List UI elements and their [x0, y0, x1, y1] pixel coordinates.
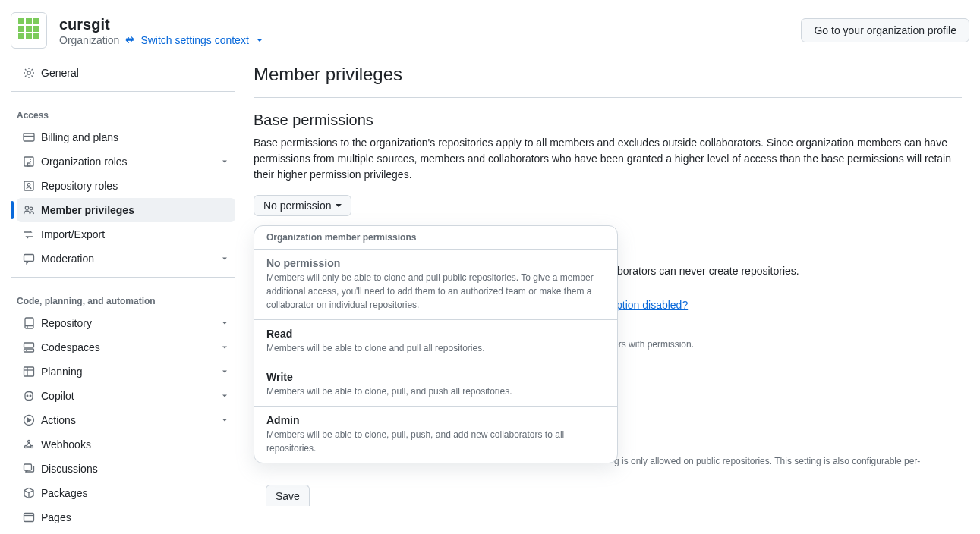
id-badge-icon	[23, 180, 35, 192]
svg-rect-12	[24, 157, 33, 166]
main-content: Member privileges Base permissions Base …	[254, 61, 969, 529]
package-icon	[23, 487, 35, 499]
org-header: cursgit Organization Switch settings con…	[11, 0, 969, 61]
svg-rect-1	[26, 18, 32, 24]
sidebar-item-label: Codespaces	[41, 341, 100, 353]
switch-context-link[interactable]: Switch settings context	[140, 34, 262, 46]
webhook-icon	[23, 438, 35, 451]
org-name: cursgit	[59, 15, 263, 34]
base-permission-dropdown[interactable]: No permission	[254, 195, 351, 216]
sidebar-item-label: Import/Export	[41, 228, 105, 240]
people-icon	[23, 204, 35, 216]
organization-icon	[23, 155, 35, 168]
sidebar-item-repo-roles[interactable]: Repository roles	[17, 174, 235, 198]
switch-icon	[124, 34, 136, 46]
org-type-label: Organization	[59, 34, 119, 46]
sidebar-item-label: Discussions	[41, 463, 98, 475]
svg-rect-17	[28, 163, 30, 166]
base-permissions-title: Base permissions	[254, 112, 962, 129]
permission-dropdown-menu: Organization member permissions No permi…	[254, 225, 618, 463]
sidebar-item-import-export[interactable]: Import/Export	[17, 222, 235, 247]
chevron-down-icon	[220, 254, 229, 263]
play-icon	[23, 414, 35, 426]
sidebar-item-billing[interactable]: Billing and plans	[17, 125, 235, 149]
sidebar-item-label: Planning	[41, 366, 83, 378]
svg-point-34	[28, 441, 30, 443]
save-button[interactable]: Save	[266, 485, 310, 506]
sidebar-item-discussions[interactable]: Discussions	[17, 457, 235, 481]
repo-icon	[23, 317, 35, 329]
sidebar-item-label: Member privileges	[41, 204, 134, 216]
svg-rect-3	[18, 26, 24, 32]
goto-profile-button[interactable]: Go to your organization profile	[801, 18, 969, 42]
sidebar: General Access Billing and plans Organiz…	[11, 61, 235, 529]
caret-down-icon	[336, 204, 342, 207]
codespaces-icon	[23, 341, 35, 353]
copilot-icon	[23, 390, 35, 402]
svg-rect-4	[33, 26, 39, 32]
sidebar-item-planning[interactable]: Planning	[17, 360, 235, 384]
dropdown-option-no-permission[interactable]: No permission Members will only be able …	[254, 249, 617, 319]
arrow-switch-icon	[23, 228, 35, 240]
table-icon	[23, 366, 35, 378]
discussion-icon	[23, 463, 35, 475]
dropdown-option-write[interactable]: Write Members will be able to clone, pul…	[254, 363, 617, 406]
sidebar-group-code: Code, planning, and automation	[11, 284, 235, 311]
comment-icon	[23, 253, 35, 265]
svg-point-29	[27, 395, 28, 397]
dropdown-option-read[interactable]: Read Members will be able to clone and p…	[254, 319, 617, 363]
sidebar-item-codespaces[interactable]: Codespaces	[17, 335, 235, 360]
sidebar-item-label: Repository	[41, 317, 92, 329]
sidebar-item-packages[interactable]: Packages	[17, 481, 235, 505]
sidebar-item-actions[interactable]: Actions	[17, 408, 235, 432]
sidebar-item-moderation[interactable]: Moderation	[17, 247, 235, 271]
sidebar-item-member-privileges[interactable]: Member privileges	[17, 198, 235, 222]
page-title: Member privileges	[254, 64, 962, 91]
svg-rect-24	[24, 349, 34, 352]
chevron-down-icon	[220, 319, 229, 328]
chevron-down-icon	[220, 343, 229, 352]
sidebar-item-copilot[interactable]: Copilot	[17, 384, 235, 408]
sidebar-item-pages[interactable]: Pages	[17, 505, 235, 529]
browser-icon	[23, 511, 35, 523]
svg-rect-2	[33, 18, 39, 24]
svg-rect-23	[24, 343, 34, 347]
sidebar-item-webhooks[interactable]: Webhooks	[17, 432, 235, 457]
avatar	[11, 12, 47, 49]
chevron-down-icon	[220, 157, 229, 166]
sidebar-item-label: Webhooks	[41, 438, 91, 451]
chevron-down-icon	[220, 391, 229, 400]
sidebar-item-label: Actions	[41, 414, 76, 426]
sidebar-item-label: Moderation	[41, 253, 94, 265]
sidebar-item-label: Copilot	[41, 390, 74, 402]
sidebar-item-label: General	[41, 67, 79, 79]
sidebar-item-general[interactable]: General	[17, 61, 235, 85]
sidebar-item-label: Repository roles	[41, 180, 118, 192]
svg-rect-8	[26, 26, 32, 32]
base-permissions-desc: Base permissions to the organization's r…	[254, 135, 962, 183]
gear-icon	[23, 67, 35, 79]
svg-rect-26	[24, 367, 34, 376]
sidebar-item-repository[interactable]: Repository	[17, 311, 235, 335]
chevron-down-icon	[220, 416, 229, 425]
sidebar-item-org-roles[interactable]: Organization roles	[17, 149, 235, 174]
svg-rect-6	[26, 33, 32, 39]
sidebar-item-label: Billing and plans	[41, 131, 118, 143]
svg-rect-22	[24, 255, 34, 262]
bg-link-option-disabled[interactable]: ption disabled?	[616, 299, 688, 311]
svg-rect-0	[18, 18, 24, 24]
svg-rect-36	[24, 514, 34, 522]
svg-rect-5	[18, 33, 24, 39]
dropdown-option-admin[interactable]: Admin Members will be able to clone, pul…	[254, 406, 617, 463]
sidebar-item-label: Organization roles	[41, 155, 128, 168]
svg-rect-35	[24, 464, 32, 470]
svg-point-9	[27, 71, 30, 74]
svg-point-21	[30, 207, 33, 210]
credit-card-icon	[23, 131, 35, 143]
sidebar-group-access: Access	[11, 98, 235, 125]
dropdown-header: Organization member permissions	[254, 226, 617, 249]
svg-point-20	[25, 206, 28, 209]
svg-point-30	[30, 395, 31, 397]
sidebar-item-label: Packages	[41, 487, 87, 499]
svg-rect-7	[33, 33, 39, 39]
